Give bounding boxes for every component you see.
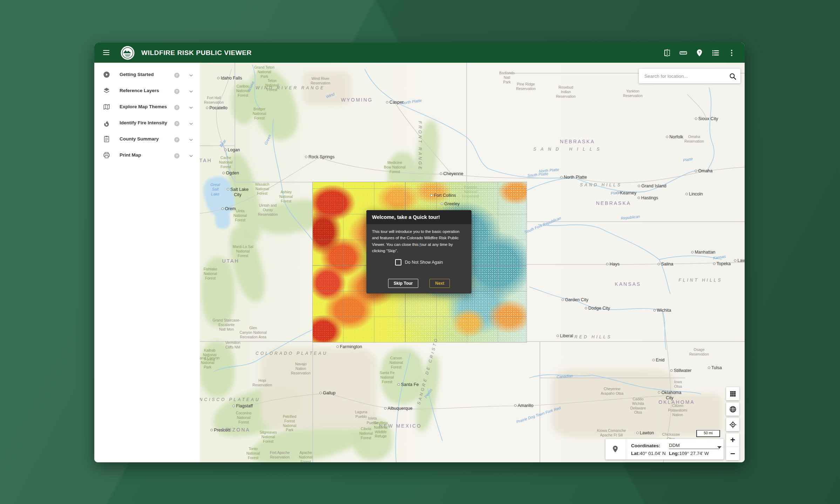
app-title: WILDFIRE RISK PUBLIC VIEWER (141, 49, 252, 57)
svg-text:?: ? (698, 50, 700, 54)
app-window: WILDFIRE RISK PUBLIC VIEWER ? Getting St… (94, 43, 745, 462)
menu-icon (102, 48, 110, 57)
menu-icon[interactable] (102, 48, 111, 57)
caret-down-icon (715, 443, 719, 447)
map-tool-buttons (726, 387, 739, 433)
app-header: WILDFIRE RISK PUBLIC VIEWER ? (94, 43, 745, 63)
legend-button[interactable] (707, 46, 724, 60)
locate-icon (729, 421, 737, 429)
svg-text:?: ? (176, 73, 178, 77)
svg-text:?: ? (176, 138, 178, 141)
location-pin-icon (611, 445, 620, 454)
more-options-button[interactable] (724, 46, 740, 60)
sidebar-item-label: County Summary (120, 136, 174, 141)
layers-icon (103, 87, 110, 94)
sidebar-item-reference-layers[interactable]: Reference Layers? (94, 82, 200, 98)
help-icon[interactable]: ? (174, 152, 180, 158)
map-canvas[interactable]: Idaho FallsPocatelloFort Hall Reservatio… (200, 63, 745, 462)
legend-icon (711, 49, 720, 57)
svg-text:?: ? (176, 89, 178, 93)
identify-location-icon: ? (695, 49, 704, 57)
chevron-down-icon[interactable] (188, 71, 194, 77)
tour-progress-bullet[interactable] (419, 244, 421, 247)
skip-tour-button[interactable]: Skip Tour (388, 279, 418, 288)
scale-bar: 50 mi (696, 430, 720, 437)
play-icon (103, 70, 110, 78)
fire-icon (103, 119, 110, 126)
sidebar-item-explore-map-themes[interactable]: Explore Map Themes? (94, 98, 200, 115)
mapfold-icon (103, 103, 110, 110)
help-icon[interactable]: ? (174, 71, 180, 78)
search-icon (729, 72, 737, 81)
search-icon[interactable] (729, 72, 736, 80)
svg-text:?: ? (176, 154, 178, 158)
caret-down-icon (715, 443, 724, 451)
chevron-down-icon[interactable] (188, 152, 194, 158)
zoom-out-button[interactable]: − (726, 447, 739, 460)
basemap-gallery-button[interactable] (726, 387, 739, 400)
sidebar-item-print-map[interactable]: Print Map? (94, 147, 200, 163)
swipe-compare-button[interactable] (659, 46, 675, 60)
sidebar-item-county-summary[interactable]: County Summary? (94, 131, 200, 147)
coordinate-format-select[interactable]: DDM (669, 443, 719, 449)
sidebar-item-label: Print Map (120, 152, 174, 158)
help-icon[interactable]: ? (174, 103, 180, 110)
next-button[interactable]: Next (429, 279, 450, 288)
search-input[interactable] (644, 73, 724, 79)
chevron-down-icon[interactable] (188, 119, 194, 126)
coordinates-label: Coordinates: (631, 443, 669, 448)
longitude-value: Lng:109° 27.74' W (669, 451, 709, 456)
printer-icon (103, 151, 110, 159)
basemap-gallery-icon (729, 390, 737, 398)
help-icon[interactable]: ? (174, 87, 180, 94)
sidebar-item-label: Getting Started (120, 72, 174, 77)
sidebar-item-identify-fire-intensity[interactable]: Identify Fire Intensity? (94, 115, 200, 131)
location-pin-icon (611, 445, 619, 453)
coordinates-widget: Coordinates: DDM Lat:40° 01.04' N Lng:10… (605, 439, 724, 460)
desktop-background: WILDFIRE RISK PUBLIC VIEWER ? Getting St… (0, 0, 840, 504)
coordinate-format-value: DDM (669, 443, 680, 448)
welcome-tour-dialog: Welcome, take a Quick tour! This tour wi… (366, 210, 472, 294)
dialog-body: This tour will introduce you to the basi… (366, 224, 472, 254)
sidebar-item-getting-started[interactable]: Getting Started? (94, 66, 200, 82)
svg-text:?: ? (176, 105, 178, 109)
clipboard-icon (103, 135, 110, 143)
globe-icon (729, 405, 737, 413)
latitude-value: Lat:40° 01.04' N (631, 451, 669, 456)
checkbox[interactable] (395, 259, 401, 265)
chevron-down-icon[interactable] (188, 87, 194, 94)
help-icon[interactable]: ? (174, 119, 180, 126)
zoom-in-button[interactable]: + (726, 433, 739, 447)
location-search (639, 69, 740, 83)
locate-button[interactable] (726, 418, 739, 431)
checkbox-label: Do Not Show Again (405, 260, 443, 265)
sidebar-item-label: Reference Layers (120, 88, 174, 93)
svg-text:?: ? (176, 122, 178, 125)
swipe-compare-icon (663, 49, 671, 57)
sidebar-item-label: Explore Map Themes (120, 104, 174, 109)
measure-button[interactable] (675, 46, 691, 60)
chevron-down-icon[interactable] (188, 103, 194, 110)
header-actions: ? (659, 46, 740, 60)
chevron-down-icon[interactable] (188, 136, 194, 142)
zoom-controls: + − (726, 433, 739, 460)
do-not-show-again-row[interactable]: Do Not Show Again (366, 259, 472, 265)
globe-button[interactable] (726, 402, 739, 416)
identify-location-button[interactable]: ? (691, 46, 707, 60)
more-options-icon (727, 49, 736, 57)
help-icon[interactable]: ? (174, 136, 180, 142)
colorado-state-forest-service-logo (120, 46, 135, 60)
dialog-title: Welcome, take a Quick tour! (366, 210, 472, 224)
measure-icon (679, 49, 687, 57)
sidebar-item-label: Identify Fire Intensity (120, 120, 174, 125)
sidebar: Getting Started?Reference Layers?Explore… (94, 63, 200, 462)
